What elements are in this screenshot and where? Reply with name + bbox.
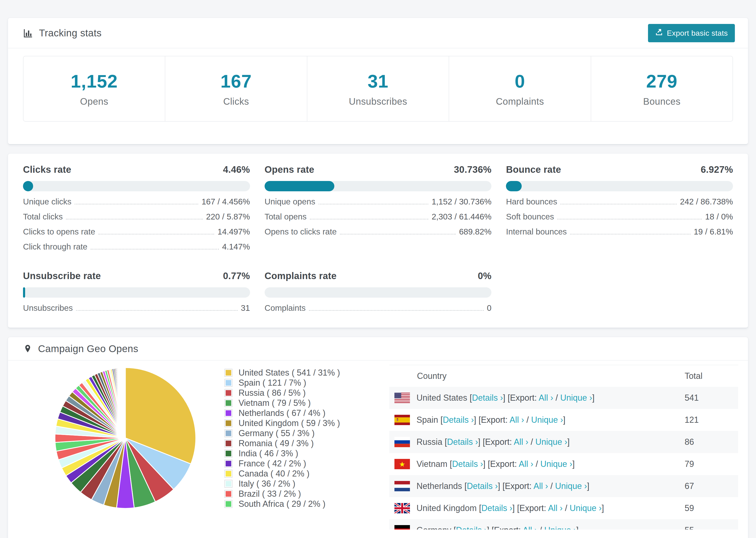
legend-item-russia: Russia ( 86 / 5% ) <box>225 389 355 397</box>
geo-row-total: 541 <box>685 393 738 403</box>
geo-pie-chart <box>53 365 198 512</box>
export-unique-link[interactable]: Unique › <box>560 393 592 403</box>
geo-country-name: United Kingdom <box>416 503 479 513</box>
stat-value: 1,152 <box>71 71 118 92</box>
vn-flag-icon <box>395 459 410 469</box>
stat-row-value: 4.147% <box>222 242 250 251</box>
stat-box-complaints: 0Complaints <box>449 56 590 121</box>
geo-row-text: United Kingdom [Details ›] [Export: All … <box>416 503 604 513</box>
details-link[interactable]: Details › <box>447 437 478 447</box>
stat-row-label: Hard bounces <box>506 197 557 206</box>
export-all-link[interactable]: All › <box>533 481 548 491</box>
rate-progress-bar <box>265 287 492 297</box>
dotted-leader <box>75 204 198 204</box>
stat-value: 167 <box>220 71 252 92</box>
export-all-link[interactable]: All › <box>519 459 533 469</box>
legend-swatch <box>225 409 233 417</box>
export-all-link[interactable]: All › <box>523 525 537 529</box>
legend-swatch <box>225 369 233 377</box>
export-button-label: Export basic stats <box>667 29 728 37</box>
geo-country-name: Vietnam <box>416 459 450 469</box>
rate-block-unsubscribe-rate: Unsubscribe rate0.77%Unsubscribes31 <box>23 271 250 313</box>
dotted-leader <box>561 204 676 204</box>
dotted-leader <box>557 219 702 219</box>
geo-row-total: 86 <box>685 437 738 447</box>
dotted-leader <box>98 234 214 235</box>
stat-row-value: 1,152 / 30.736% <box>432 197 491 206</box>
geo-table-row-spain: Spain [Details ›] [Export: All › / Uniqu… <box>389 409 738 431</box>
rate-stat-row: Internal bounces19 / 6.81% <box>506 227 733 237</box>
rate-stat-row: Unique clicks167 / 4.456% <box>23 197 250 206</box>
map-pin-icon <box>23 344 32 354</box>
geo-row-text: Netherlands [Details ›] [Export: All › /… <box>416 481 589 491</box>
summary-stats: 1,152Opens167Clicks31Unsubscribes0Compla… <box>23 56 733 122</box>
rate-value: 4.46% <box>223 164 250 175</box>
legend-swatch <box>225 450 233 457</box>
geo-table-row-vietnam: Vietnam [Details ›] [Export: All › / Uni… <box>389 453 738 475</box>
export-unique-link[interactable]: Unique › <box>531 415 563 425</box>
details-link[interactable]: Details › <box>452 459 483 469</box>
details-link[interactable]: Details › <box>481 503 512 513</box>
export-unique-link[interactable]: Unique › <box>569 503 602 513</box>
stat-row-value: 242 / 86.738% <box>680 197 733 206</box>
legend-swatch <box>225 459 233 467</box>
geo-row-text: Vietnam [Details ›] [Export: All › / Uni… <box>416 459 575 469</box>
dotted-leader <box>309 310 484 311</box>
export-all-link[interactable]: All › <box>548 503 563 513</box>
details-link[interactable]: Details › <box>456 525 487 529</box>
legend-swatch <box>225 480 233 488</box>
ru-flag-icon <box>395 437 410 447</box>
export-unique-link[interactable]: Unique › <box>555 481 587 491</box>
tracking-stats-title: Tracking stats <box>23 27 102 39</box>
export-unique-link[interactable]: Unique › <box>535 437 567 447</box>
details-link[interactable]: Details › <box>472 393 503 403</box>
rate-stat-row: Complaints0 <box>265 303 492 313</box>
rate-stat-row: Click through rate4.147% <box>23 242 250 251</box>
geo-row-text: Spain [Details ›] [Export: All › / Uniqu… <box>416 415 566 425</box>
geo-table-row-united-kingdom: United Kingdom [Details ›] [Export: All … <box>389 497 738 519</box>
geo-country-name: Russia <box>416 437 445 447</box>
dotted-leader <box>91 249 219 249</box>
tracking-stats-header: Tracking stats Export basic stats <box>8 18 748 48</box>
export-basic-stats-button[interactable]: Export basic stats <box>648 24 735 42</box>
legend-swatch <box>225 379 233 387</box>
export-all-link[interactable]: All › <box>510 415 524 425</box>
stat-label: Complaints <box>496 96 544 107</box>
rate-block-complaints-rate: Complaints rate0%Complaints0 <box>265 271 492 313</box>
rates-card: Clicks rate4.46%Unique clicks167 / 4.456… <box>8 153 748 328</box>
geo-row-text: United States [Details ›] [Export: All ›… <box>416 393 594 403</box>
dotted-leader <box>340 234 456 235</box>
geo-row-total: 55 <box>685 525 738 529</box>
export-all-link[interactable]: All › <box>539 393 553 403</box>
page: Tracking stats Export basic stats 1,152O… <box>0 0 756 538</box>
geo-country-name: United States <box>416 393 469 403</box>
geo-table-header-total: Total <box>685 371 738 381</box>
dotted-leader <box>319 204 428 204</box>
legend-label: Italy ( 36 / 2% ) <box>239 479 296 489</box>
export-unique-link[interactable]: Unique › <box>544 525 576 529</box>
geo-opens-card: Campaign Geo Opens United States ( 541 /… <box>8 337 748 538</box>
details-link[interactable]: Details › <box>467 481 498 491</box>
tracking-stats-card: Tracking stats Export basic stats 1,152O… <box>8 18 748 144</box>
stat-row-value: 0 <box>487 303 491 313</box>
geo-opens-body: United States ( 541 / 31% )Spain ( 121 /… <box>8 360 748 538</box>
legend-label: Canada ( 40 / 2% ) <box>239 469 309 479</box>
rate-value: 0.77% <box>223 271 250 281</box>
stat-row-value: 14.497% <box>217 227 250 237</box>
geo-table-header: Country Total <box>389 365 738 387</box>
stat-row-label: Unique clicks <box>23 197 71 206</box>
export-all-link[interactable]: All › <box>514 437 528 447</box>
legend-label: Germany ( 55 / 3% ) <box>239 428 315 438</box>
details-link[interactable]: Details › <box>443 415 474 425</box>
stat-row-label: Unsubscribes <box>23 303 73 313</box>
export-unique-link[interactable]: Unique › <box>540 459 572 469</box>
rate-title: Complaints rate <box>265 271 337 281</box>
rate-title: Bounce rate <box>506 164 561 175</box>
stat-label: Bounces <box>643 96 680 107</box>
rate-stat-row: Hard bounces242 / 86.738% <box>506 197 733 206</box>
legend-item-canada: Canada ( 40 / 2% ) <box>225 469 355 478</box>
legend-item-germany: Germany ( 55 / 3% ) <box>225 429 355 438</box>
rate-progress-bar <box>23 181 250 191</box>
geo-table-row-netherlands: Netherlands [Details ›] [Export: All › /… <box>389 475 738 497</box>
geo-table-row-germany: Germany [Details ›] [Export: All › / Uni… <box>389 519 738 529</box>
